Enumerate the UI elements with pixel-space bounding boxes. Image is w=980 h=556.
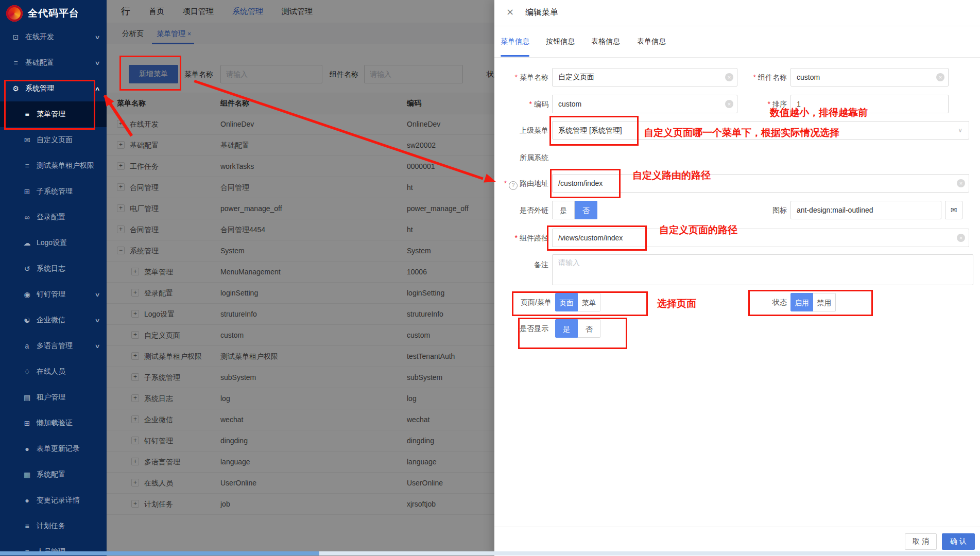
sort-label: 排序 bbox=[740, 95, 787, 113]
logo-icon bbox=[6, 5, 23, 22]
sort-input[interactable] bbox=[790, 95, 949, 113]
edit-menu-drawer: ✕ 编辑菜单 菜单信息 按钮信息 表格信息 表单信息 菜单名称 × 组件名称 ×… bbox=[494, 0, 980, 556]
sidebar-item-label: 系统日志 bbox=[37, 264, 65, 273]
drawer-tab-button-info[interactable]: 按钮信息 bbox=[546, 37, 575, 46]
sidebar-item-系统日志[interactable]: ↺系统日志 bbox=[0, 256, 107, 282]
drawer-tabs: 菜单信息 按钮信息 表格信息 表单信息 bbox=[494, 26, 980, 58]
sidebar-item-租户管理[interactable]: ▤租户管理 bbox=[0, 385, 107, 410]
component-name-input[interactable] bbox=[790, 68, 949, 86]
status-label: 状态 bbox=[740, 293, 787, 311]
external-link-toggle[interactable]: 是否 bbox=[552, 201, 597, 219]
sidebar-item-系统配置[interactable]: ▦系统配置 bbox=[0, 462, 107, 488]
drawer-tab-form-info[interactable]: 表单信息 bbox=[637, 37, 666, 46]
puzzle-icon: ▦ bbox=[23, 471, 31, 479]
sidebar-item-label: 多语言管理 bbox=[37, 341, 73, 351]
horizontal-scrollbar-thumb[interactable] bbox=[0, 551, 319, 555]
clear-icon[interactable]: × bbox=[725, 73, 733, 81]
drawer-tab-table-info[interactable]: 表格信息 bbox=[591, 37, 620, 46]
list-icon: ≡ bbox=[23, 522, 31, 530]
link-icon: ∞ bbox=[23, 213, 31, 221]
monitor-icon: ⊡ bbox=[11, 33, 20, 41]
segment-option-否[interactable]: 否 bbox=[578, 319, 600, 338]
chevron-down-icon: ∨ bbox=[958, 121, 962, 139]
chevron-down-icon: ∨ bbox=[94, 291, 100, 298]
status-toggle[interactable]: 启用禁用 bbox=[790, 293, 836, 311]
segment-option-否[interactable]: 否 bbox=[575, 201, 597, 219]
clear-icon[interactable]: × bbox=[957, 179, 965, 187]
sidebar-item-在线人员[interactable]: ♢在线人员 bbox=[0, 359, 107, 385]
idcard-icon: ▤ bbox=[23, 393, 31, 402]
sidebar-item-label: 系统管理 bbox=[25, 84, 54, 93]
apple-icon: ● bbox=[23, 445, 31, 453]
sidebar-item-登录配置[interactable]: ∞登录配置 bbox=[0, 204, 107, 230]
history-icon: ↺ bbox=[23, 265, 31, 273]
segment-option-是[interactable]: 是 bbox=[552, 201, 575, 219]
segment-option-菜单[interactable]: 菜单 bbox=[578, 293, 600, 311]
visible-label: 是否显示 bbox=[494, 319, 548, 338]
menu-name-input[interactable] bbox=[552, 68, 737, 86]
system-label: 所属系统 bbox=[494, 148, 548, 167]
clear-icon[interactable]: × bbox=[936, 73, 944, 81]
external-link-label: 是否外链 bbox=[494, 201, 548, 219]
list-icon: ≡ bbox=[11, 59, 20, 67]
page-or-menu-toggle[interactable]: 页面菜单 bbox=[555, 293, 600, 311]
parent-menu-select[interactable]: 系统管理 [系统管理] ∨ bbox=[552, 121, 969, 140]
segment-option-是[interactable]: 是 bbox=[555, 319, 578, 338]
visible-toggle[interactable]: 是否 bbox=[555, 319, 600, 338]
segment-option-页面[interactable]: 页面 bbox=[555, 293, 578, 311]
sidebar-item-菜单管理[interactable]: ≡菜单管理 bbox=[0, 101, 107, 127]
sidebar-item-测试菜单租户权限[interactable]: ≡测试菜单租户权限 bbox=[0, 153, 107, 179]
drawer-header: ✕ 编辑菜单 bbox=[494, 0, 980, 26]
page-or-menu-label: 页面/菜单 bbox=[494, 293, 552, 311]
sidebar-item-Logo设置[interactable]: ☁Logo设置 bbox=[0, 230, 107, 256]
confirm-button[interactable]: 确 认 bbox=[942, 533, 975, 550]
component-path-input[interactable] bbox=[552, 229, 969, 247]
chevron-up-icon: ∧ bbox=[94, 85, 100, 92]
horizontal-scrollbar[interactable] bbox=[0, 551, 980, 555]
sidebar-item-label: 表单更新记录 bbox=[37, 444, 80, 454]
segment-option-禁用[interactable]: 禁用 bbox=[813, 293, 836, 311]
grid-plus-icon: ⊞ bbox=[23, 419, 31, 427]
sidebar-item-在线开发[interactable]: ⊡在线开发∨ bbox=[0, 24, 107, 50]
sidebar-item-计划任务[interactable]: ≡计划任务 bbox=[0, 513, 107, 539]
list-icon: ≡ bbox=[23, 162, 31, 170]
sidebar-item-label: 登录配置 bbox=[37, 213, 65, 222]
sidebar-item-label: 系统配置 bbox=[37, 470, 65, 479]
sidebar-item-label: 菜单管理 bbox=[37, 110, 65, 119]
icon-picker-button[interactable]: ✉ bbox=[945, 201, 962, 219]
clear-icon[interactable]: × bbox=[725, 100, 733, 108]
sidebar: 全代码平台 ⊡在线开发∨≡基础配置∨⚙系统管理∧≡菜单管理✉自定义页面≡测试菜单… bbox=[0, 0, 107, 556]
close-icon[interactable]: ✕ bbox=[506, 7, 514, 18]
remark-label: 备注 bbox=[494, 255, 548, 274]
icon-field-input[interactable] bbox=[790, 201, 941, 219]
sidebar-item-label: 企业微信 bbox=[37, 316, 65, 325]
sidebar-item-系统管理[interactable]: ⚙系统管理∧ bbox=[0, 76, 107, 101]
sidebar-item-label: 变更记录详情 bbox=[37, 496, 80, 505]
sidebar-item-企业微信[interactable]: ☯企业微信∨ bbox=[0, 307, 107, 333]
sidebar-item-懒加载验证[interactable]: ⊞懒加载验证 bbox=[0, 410, 107, 436]
remark-textarea[interactable] bbox=[552, 254, 973, 285]
drawer-tab-menu-info[interactable]: 菜单信息 bbox=[501, 37, 529, 46]
sidebar-item-多语言管理[interactable]: a多语言管理∨ bbox=[0, 333, 107, 359]
translate-icon: a bbox=[23, 342, 31, 350]
sidebar-item-表单更新记录[interactable]: ●表单更新记录 bbox=[0, 436, 107, 462]
icon-field-label: 图标 bbox=[740, 201, 787, 219]
sidebar-item-label: 在线开发 bbox=[25, 32, 54, 42]
chevron-down-icon: ∨ bbox=[94, 343, 100, 350]
list-icon: ≡ bbox=[23, 110, 31, 118]
app-window: 全代码平台 ⊡在线开发∨≡基础配置∨⚙系统管理∧≡菜单管理✉自定义页面≡测试菜单… bbox=[0, 0, 980, 556]
clear-icon[interactable]: × bbox=[957, 234, 965, 242]
sidebar-item-基础配置[interactable]: ≡基础配置∨ bbox=[0, 50, 107, 76]
app-logo: 全代码平台 bbox=[0, 0, 107, 27]
apple-icon: ● bbox=[23, 496, 31, 505]
route-input[interactable] bbox=[552, 174, 969, 193]
code-label: 编码 bbox=[494, 95, 548, 113]
sidebar-item-子系统管理[interactable]: ⊞子系统管理 bbox=[0, 179, 107, 204]
sidebar-item-钉钉管理[interactable]: ◉钉钉管理∨ bbox=[0, 282, 107, 307]
sidebar-item-自定义页面[interactable]: ✉自定义页面 bbox=[0, 127, 107, 153]
route-label: ?路由地址 bbox=[484, 174, 548, 193]
sidebar-item-变更记录详情[interactable]: ●变更记录详情 bbox=[0, 488, 107, 513]
segment-option-启用[interactable]: 启用 bbox=[790, 293, 813, 311]
code-input[interactable] bbox=[552, 95, 737, 113]
cancel-button[interactable]: 取 消 bbox=[905, 533, 937, 550]
